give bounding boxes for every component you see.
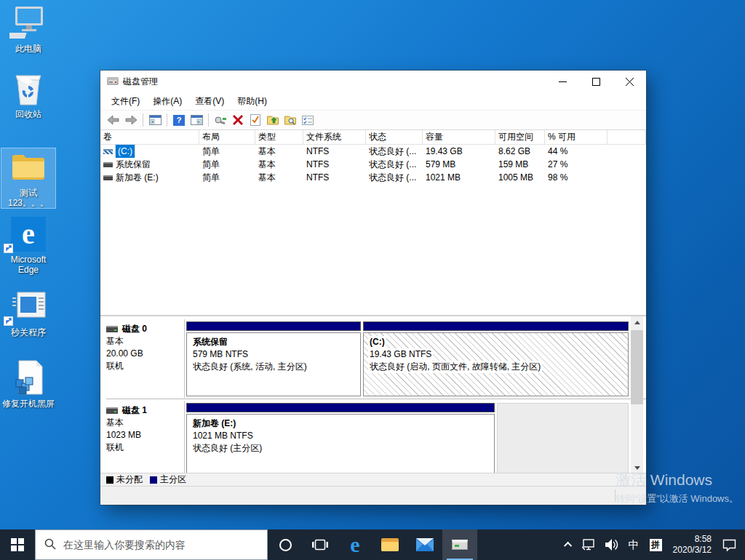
scrollbar-thumb[interactable] [631,330,643,404]
inspect-tool-icon[interactable] [212,112,229,128]
back-icon[interactable] [105,112,122,128]
ime-mode-indicator[interactable]: 拼 [645,529,667,560]
cell-capacity: 579 MB [423,158,495,171]
volume-icon[interactable] [600,529,624,560]
folder-up-icon[interactable] [264,112,282,128]
column-header-pct-free[interactable]: % 可用 [545,130,607,145]
menu-help[interactable]: 帮助(H) [231,93,274,110]
volume-icon [103,162,113,167]
desktop-icon-edge[interactable]: e Microsoft Edge [1,215,56,275]
cell-status: 状态良好 (... [366,171,423,184]
cortana-icon [279,539,292,551]
table-row[interactable]: (C:) 简单 基本 NTFS 状态良好 (... 19.43 GB 8.62 … [100,145,646,158]
cell-layout: 简单 [199,145,255,158]
partition-size: 19.43 GB NTFS [368,348,433,361]
legend-label: 主分区 [160,473,186,486]
checklist-icon[interactable] [299,112,316,128]
folder-search-icon[interactable] [282,112,299,128]
desktop-icon-label: 修复开机黑屏 [1,399,56,409]
partition-c-drive[interactable]: (C:) 19.43 GB NTFS 状态良好 (启动, 页面文件, 故障转储,… [363,321,629,396]
desktop-icon-close-app[interactable]: 秒关程序 [1,288,56,337]
partition-new-volume-e[interactable]: 新加卷 (E:) 1021 MB NTFS 状态良好 (主分区) [186,403,495,473]
menu-action[interactable]: 操作(A) [146,93,188,110]
cell-capacity: 19.43 GB [423,145,495,158]
disk-type: 基本 [106,417,184,429]
disk-row-divider [106,399,646,399]
windows-logo-icon [11,538,24,551]
taskbar-file-explorer-button[interactable] [372,529,407,560]
cell-layout: 简单 [199,158,255,171]
cell-type: 基本 [255,158,303,171]
disk-name: 磁盘 0 [122,323,147,335]
cortana-button[interactable] [268,529,303,560]
minimize-button[interactable] [546,71,579,92]
forward-icon[interactable] [122,112,140,128]
disk0-row: 磁盘 0 基本 20.00 GB 联机 系统保留 579 MB NTFS 状态良… [100,319,630,398]
taskbar-edge-button[interactable]: e [338,529,372,560]
menu-file[interactable]: 文件(F) [105,93,146,110]
taskbar-search[interactable] [35,529,268,560]
disk-type: 基本 [106,335,184,348]
column-header-capacity[interactable]: 容量 [423,130,495,145]
folder-icon [1,148,55,186]
partition-system-reserved[interactable]: 系统保留 579 MB NTFS 状态良好 (系统, 活动, 主分区) [186,321,361,396]
table-row[interactable]: 新加卷 (E:) 简单 基本 NTFS 状态良好 (... 1021 MB 10… [100,171,646,184]
column-header-filesystem[interactable]: 文件系统 [303,130,366,145]
app-window-icon [1,288,56,326]
vertical-scrollbar[interactable] [631,316,643,473]
system-tray: 中 拼 8:58 2020/3/12 [561,529,745,560]
close-button[interactable] [613,71,646,92]
unallocated-swatch [106,476,113,484]
toolbar: ? [100,110,646,130]
taskbar-mail-button[interactable] [407,529,442,560]
legend-label: 未分配 [116,473,143,486]
cell-pct: 98 % [545,171,607,184]
menu-view[interactable]: 查看(V) [188,93,231,110]
taskbar-clock[interactable]: 8:58 2020/3/12 [667,534,717,556]
legend-unallocated: 未分配 [106,473,143,486]
maximize-button[interactable] [579,71,613,92]
tray-overflow-chevron-icon[interactable] [561,529,577,560]
cell-pct: 44 % [545,145,607,158]
task-view-button[interactable] [303,529,338,560]
taskbar-disk-management-button[interactable] [442,529,477,560]
action-center-button[interactable] [717,529,745,560]
scroll-up-icon[interactable] [631,316,643,329]
partition-status: 状态良好 (系统, 活动, 主分区) [191,361,308,373]
disk1-label[interactable]: 磁盘 1 基本 1023 MB 联机 [106,401,184,454]
start-button[interactable] [0,529,35,560]
partition-status: 状态良好 (主分区) [191,442,263,455]
action-pane-icon[interactable] [188,112,205,128]
console-tree-icon[interactable] [146,112,164,128]
task-view-icon [312,539,328,551]
title-bar[interactable]: 磁盘管理 [100,71,646,92]
desktop-icon-this-pc[interactable]: 此电脑 [1,4,56,54]
column-header-volume[interactable]: 卷 [100,130,199,145]
recycle-bin-icon [1,70,56,108]
network-icon[interactable] [577,529,600,560]
cell-status: 状态良好 (... [366,158,423,171]
scroll-down-icon[interactable] [631,462,643,473]
column-header-layout[interactable]: 布局 [199,130,255,145]
properties-check-icon[interactable] [247,112,264,128]
edge-icon: e [1,215,56,253]
notification-icon [722,539,736,551]
ime-language-indicator[interactable]: 中 [624,529,645,560]
help-icon[interactable]: ? [170,112,188,128]
desktop-icon-test-folder[interactable]: 测试123。。。 [1,148,56,209]
desktop-icon-recycle-bin[interactable]: 回收站 [1,70,56,119]
volume-icon [103,175,113,180]
disk-management-app-icon [107,75,119,89]
table-row[interactable]: 系统保留 简单 基本 NTFS 状态良好 (... 579 MB 159 MB … [100,158,646,171]
disk-management-window: 磁盘管理 文件(F) 操作(A) 查看(V) 帮助(H) ? 卷 布局 类型 [100,71,646,505]
partition-name: (C:) [368,336,386,348]
delete-icon[interactable] [229,112,247,128]
disk0-label[interactable]: 磁盘 0 基本 20.00 GB 联机 [106,319,184,372]
column-header-status[interactable]: 状态 [366,130,423,145]
disk-name: 磁盘 1 [122,404,147,417]
column-header-type[interactable]: 类型 [255,130,303,145]
column-header-free-space[interactable]: 可用空间 [495,130,545,145]
search-input[interactable] [63,539,238,551]
desktop-icon-fix-black-screen[interactable]: 修复开机黑屏 [1,359,56,409]
desktop-icon-label: 秒关程序 [1,327,56,337]
